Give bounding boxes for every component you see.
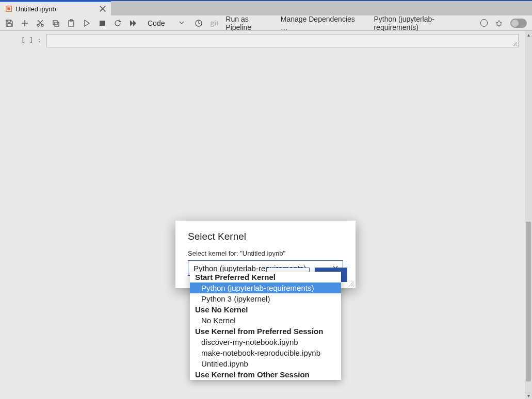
- scrollbar-thumb[interactable]: [526, 222, 531, 381]
- notebook-tab[interactable]: Untitled.ipynb: [0, 1, 111, 15]
- svg-rect-6: [69, 21, 74, 26]
- dialog-resize-handle-icon[interactable]: [349, 281, 354, 287]
- dropdown-item[interactable]: discover-my-notebook.ipynb: [190, 337, 341, 347]
- svg-rect-5: [55, 22, 59, 26]
- kernel-status-icon[interactable]: [480, 19, 488, 27]
- cut-icon[interactable]: [36, 19, 44, 27]
- chevron-down-icon: [179, 20, 184, 27]
- kernel-dropdown[interactable]: Start Preferred KernelPython (jupyterlab…: [190, 272, 341, 380]
- code-cell[interactable]: [ ] :: [0, 31, 532, 47]
- dropdown-group-label: Start Preferred Kernel: [190, 272, 341, 282]
- dialog-title: Select Kernel: [188, 231, 343, 242]
- cell-input[interactable]: [46, 34, 519, 47]
- dropdown-item[interactable]: No Kernel: [190, 315, 341, 326]
- cell-type-label: Code: [148, 19, 165, 27]
- dropdown-item[interactable]: Python 3 (ipykernel): [190, 293, 341, 304]
- scroll-up-arrow-icon[interactable]: ▴: [525, 31, 532, 38]
- manage-dependencies-button[interactable]: Manage Dependencies …: [281, 15, 360, 31]
- run-as-pipeline-button[interactable]: Run as Pipeline: [225, 15, 273, 31]
- tab-bar: Untitled.ipynb: [0, 0, 532, 15]
- resize-handle-icon[interactable]: [513, 42, 517, 46]
- paste-icon[interactable]: [67, 19, 75, 27]
- run-all-icon[interactable]: [129, 19, 137, 27]
- dropdown-item[interactable]: Python (jupyterlab-requirements): [190, 282, 341, 293]
- close-tab-icon[interactable]: [99, 5, 107, 13]
- notebook-area: [ ] : ▴ ▾ Select Kernel Select kernel fo…: [0, 31, 532, 399]
- dropdown-group-label: Use No Kernel: [190, 304, 341, 315]
- copy-icon[interactable]: [52, 19, 60, 27]
- notebook-toolbar: Code git Run as Pipeline Manage Dependen…: [0, 15, 532, 31]
- kernel-name-button[interactable]: Python (jupyterlab-requirements): [374, 15, 473, 31]
- dropdown-item[interactable]: make-notebook-reproducible.ipynb: [190, 347, 341, 358]
- dropdown-group-label: Use Kernel from Other Session: [190, 369, 341, 380]
- dropdown-group-label: Use Kernel from Preferred Session: [190, 326, 341, 337]
- stop-icon[interactable]: [98, 19, 106, 27]
- vertical-scrollbar[interactable]: ▴ ▾: [525, 31, 532, 399]
- notebook-file-icon: [5, 5, 12, 12]
- dropdown-item[interactable]: Untitled.ipynb: [190, 358, 341, 369]
- svg-point-10: [497, 22, 501, 26]
- cell-prompt: [ ] :: [5, 34, 46, 47]
- svg-rect-8: [100, 21, 105, 26]
- debug-icon[interactable]: [495, 19, 503, 27]
- save-icon[interactable]: [5, 19, 13, 27]
- dialog-subtitle: Select kernel for: "Untitled.ipynb": [188, 250, 343, 257]
- debug-toggle[interactable]: [510, 19, 527, 28]
- svg-point-3: [41, 24, 43, 26]
- svg-rect-1: [7, 7, 10, 10]
- clock-icon[interactable]: [195, 19, 203, 27]
- git-icon[interactable]: git: [210, 19, 218, 27]
- run-icon[interactable]: [83, 19, 91, 27]
- cell-type-select[interactable]: Code: [144, 18, 187, 28]
- svg-point-2: [37, 24, 39, 26]
- add-cell-icon[interactable]: [21, 19, 29, 27]
- svg-rect-4: [53, 21, 57, 25]
- scroll-down-arrow-icon[interactable]: ▾: [525, 392, 532, 399]
- tab-title: Untitled.ipynb: [15, 5, 95, 13]
- restart-icon[interactable]: [114, 19, 122, 27]
